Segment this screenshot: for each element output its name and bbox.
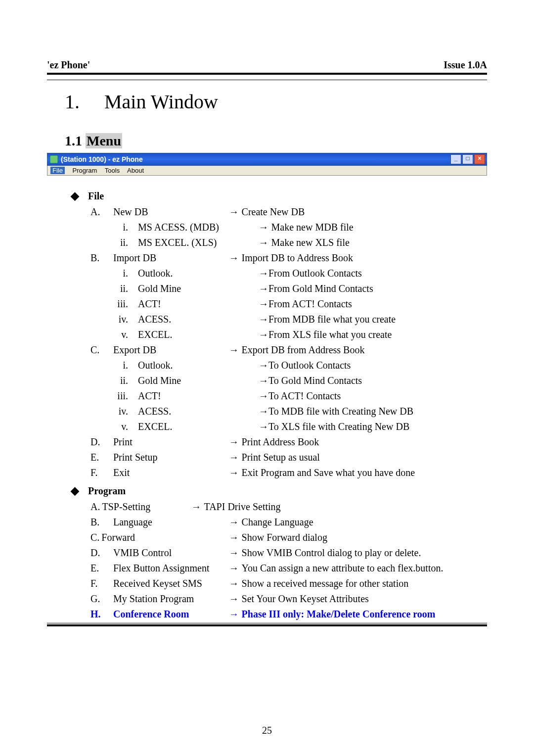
file-bi-marker: i. xyxy=(98,266,128,281)
minimize-button[interactable]: _ xyxy=(450,154,461,164)
file-biii-label: ACT! xyxy=(138,296,161,312)
prog-g-desc: Set Your Own Keyset Attributes xyxy=(242,593,369,604)
menubar-file[interactable]: File xyxy=(50,167,65,174)
file-a-desc: Create New DB xyxy=(242,206,305,217)
file-bi-desc: From Outlook Contacts xyxy=(268,268,362,279)
window-title: (Station 1000) - ez Phone xyxy=(61,155,143,163)
page-number: 25 xyxy=(0,725,534,736)
file-bii-marker: ii. xyxy=(98,281,128,296)
menubar-tools[interactable]: Tools xyxy=(105,167,120,174)
file-cii-marker: ii. xyxy=(98,373,128,388)
file-bv-marker: v. xyxy=(98,327,128,342)
prog-b-label: Language xyxy=(113,515,152,530)
file-f-desc: Exit Program and Save what you have done xyxy=(242,467,415,478)
file-b-label: Import DB xyxy=(113,250,156,266)
file-ciii-label: ACT! xyxy=(138,388,161,404)
file-aii-desc: Make new XLS file xyxy=(271,237,350,248)
prog-h-marker: H. xyxy=(90,607,113,622)
prog-f-label: Received Keyset SMS xyxy=(113,576,202,591)
file-bv-desc: From XLS file what you create xyxy=(268,329,392,340)
doc-header-left: 'ez Phone' xyxy=(47,59,90,71)
doc-header-right: Issue 1.0A xyxy=(444,59,487,71)
prog-b-desc: Change Language xyxy=(242,517,313,527)
file-ai-desc: Make new MDB file xyxy=(271,222,354,233)
file-ai-marker: i. xyxy=(98,220,128,235)
file-c-marker: C. xyxy=(90,342,113,358)
file-e-label: Print Setup xyxy=(113,450,157,465)
window-titlebar: (Station 1000) - ez Phone _ □ × xyxy=(47,153,487,166)
file-biii-desc: From ACT! Contacts xyxy=(268,298,352,309)
file-aii-marker: ii. xyxy=(98,235,128,250)
file-e-marker: E. xyxy=(90,450,113,465)
file-cv-desc: To XLS file with Creating New DB xyxy=(268,421,409,432)
prog-h-label: Conference Room xyxy=(113,607,189,622)
h2-text: Menu xyxy=(86,133,122,148)
app-icon xyxy=(50,155,58,163)
file-ci-marker: i. xyxy=(98,358,128,373)
h1-number: 1. xyxy=(65,90,104,113)
file-cii-label: Gold Mine xyxy=(138,373,181,388)
file-cii-desc: To Gold Mind Contacts xyxy=(268,375,362,386)
file-e-desc: Print Setup as usual xyxy=(242,452,320,463)
section-program-label: Program xyxy=(88,483,126,499)
prog-c-desc: Show Forward dialog xyxy=(242,532,327,543)
file-biv-label: ACESS. xyxy=(138,312,171,327)
file-f-label: Exit xyxy=(113,465,130,480)
file-ciii-desc: To ACT! Contacts xyxy=(268,390,341,401)
file-bv-label: EXCEL. xyxy=(138,327,172,342)
file-b-desc: Import DB to Address Book xyxy=(242,252,354,263)
prog-d-marker: D. xyxy=(90,545,113,561)
file-ci-desc: To Outlook Contacts xyxy=(268,360,351,371)
file-c-label: Export DB xyxy=(113,342,156,358)
file-biii-marker: iii. xyxy=(98,296,128,312)
file-aii-label: MS EXCEL. (XLS) xyxy=(138,235,217,250)
prog-a-marker: A. xyxy=(90,499,100,515)
diamond-icon: ◆ xyxy=(71,188,79,204)
file-cv-marker: v. xyxy=(98,419,128,434)
file-f-marker: F. xyxy=(90,465,113,480)
close-button[interactable]: × xyxy=(474,154,485,164)
h1-text: Main Window xyxy=(104,91,218,113)
prog-b-marker: B. xyxy=(90,515,113,530)
prog-g-label: My Station Program xyxy=(113,591,194,607)
file-biv-desc: From MDB file what you create xyxy=(268,314,396,325)
app-window-screenshot: (Station 1000) - ez Phone _ □ × File Pro… xyxy=(47,153,487,176)
rule-thin-top xyxy=(47,80,487,80)
prog-h-desc: Phase III only: Make/Delete Conference r… xyxy=(242,609,436,619)
prog-c-label: Forward xyxy=(101,530,135,545)
section-file-label: File xyxy=(88,189,104,204)
file-a-label: New DB xyxy=(113,204,148,220)
prog-d-label: VMIB Control xyxy=(113,545,172,561)
menubar-about[interactable]: About xyxy=(127,167,144,174)
file-bii-desc: From Gold Mind Contacts xyxy=(268,283,373,294)
file-c-desc: Export DB from Address Book xyxy=(242,344,365,355)
file-bii-label: Gold Mine xyxy=(138,281,181,296)
diamond-icon: ◆ xyxy=(71,482,79,499)
file-ciii-marker: iii. xyxy=(98,388,128,404)
file-civ-desc: To MDB file with Creating New DB xyxy=(268,406,413,417)
file-a-marker: A. xyxy=(90,204,113,220)
prog-f-desc: Show a received message for other statio… xyxy=(242,578,409,589)
prog-c-marker: C. xyxy=(90,530,99,545)
file-ai-label: MS ACESS. (MDB) xyxy=(138,220,219,235)
window-menubar: File Program Tools About xyxy=(47,166,487,176)
file-civ-marker: iv. xyxy=(98,404,128,419)
prog-a-desc: TAPI Drive Setting xyxy=(204,501,281,512)
file-b-marker: B. xyxy=(90,250,113,266)
file-d-marker: D. xyxy=(90,434,113,450)
heading-menu: 1.1 Menu xyxy=(65,133,487,149)
prog-a-label: TSP-Setting xyxy=(102,499,150,515)
menubar-program[interactable]: Program xyxy=(73,167,97,174)
prog-f-marker: F. xyxy=(90,576,113,591)
rule-thick-top xyxy=(47,73,487,75)
maximize-button[interactable]: □ xyxy=(462,154,473,164)
file-biv-marker: iv. xyxy=(98,312,128,327)
rule-thick-bottom xyxy=(47,624,487,626)
prog-d-desc: Show VMIB Control dialog to play or dele… xyxy=(242,547,421,558)
file-d-desc: Print Address Book xyxy=(242,436,319,447)
file-bi-label: Outlook. xyxy=(138,266,173,281)
prog-e-desc: You Can assign a new attribute to each f… xyxy=(242,563,444,573)
file-ci-label: Outlook. xyxy=(138,358,173,373)
heading-main-window: 1.Main Window xyxy=(65,90,487,113)
file-d-label: Print xyxy=(113,434,133,450)
